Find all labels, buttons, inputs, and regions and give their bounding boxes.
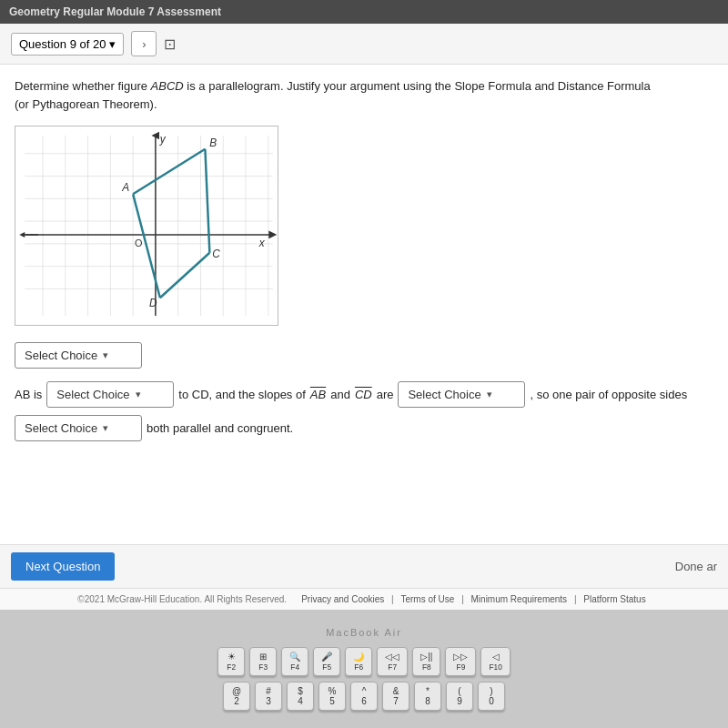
question-text-part2: is a parallelogram. Justify your argumen…: [184, 79, 651, 93]
keyboard-area: MacBook Air ☀F2 ⊞F3 🔍F4 🎤F5 🌙F6 ◁◁F7 ▷||…: [0, 610, 728, 728]
app-title: Geometry Regular Module 7 Assessment: [9, 5, 221, 18]
dropdown-4[interactable]: Select Choice: [15, 415, 142, 441]
key-f5: 🎤F5: [313, 647, 340, 676]
key-4: $4: [287, 682, 314, 711]
svg-text:D: D: [149, 297, 157, 309]
sentence-to-cd: to CD, and the slopes of: [178, 388, 305, 401]
dropdown-arrow-icon: ▾: [109, 37, 116, 51]
dropdown-3[interactable]: Select Choice: [398, 381, 525, 408]
key-2: @2: [223, 682, 250, 711]
svg-text:O: O: [135, 238, 142, 248]
svg-text:y: y: [159, 133, 167, 146]
bottom-bar: Next Question Done ar: [0, 544, 728, 588]
segment-cd-label: CD: [355, 388, 372, 401]
dropdown-1[interactable]: Select Choice: [15, 342, 142, 369]
key-f9: ▷▷F9: [445, 647, 476, 676]
sentence-so: , so one pair of opposite sides: [530, 388, 687, 401]
question-label: Question 9 of 20: [19, 37, 106, 51]
answer-line-3: Select Choice both parallel and congruen…: [15, 415, 713, 441]
answer-section: Select Choice AB is Select Choice to CD,…: [15, 342, 713, 441]
key-f8: ▷||F8: [412, 647, 440, 676]
graph-container: x y O: [15, 126, 278, 326]
key-f3: ⊞F3: [249, 647, 277, 676]
dropdown-1-label: Select Choice: [25, 349, 97, 362]
dropdown-4-label: Select Choice: [25, 421, 97, 435]
key-f6: 🌙F6: [345, 647, 372, 676]
key-0: )0: [478, 682, 505, 711]
copyright-text: ©2021 McGraw-Hill Education. All Rights …: [77, 594, 287, 604]
key-f2: ☀F2: [217, 647, 245, 676]
answer-line-2: AB is Select Choice to CD, and the slope…: [15, 381, 713, 408]
figure-name: ABCD: [151, 79, 184, 93]
bookmark-icon[interactable]: ⊡: [164, 35, 176, 53]
privacy-link[interactable]: Privacy and Cookies: [301, 594, 384, 604]
key-8: *8: [414, 682, 441, 711]
terms-link[interactable]: Terms of Use: [400, 594, 454, 604]
question-text-part3: (or Pythagorean Theorem).: [15, 97, 157, 111]
question-text: Determine whether figure ABCD is a paral…: [15, 77, 713, 113]
svg-line-24: [205, 149, 209, 253]
done-text: Done ar: [675, 560, 717, 573]
svg-line-25: [160, 253, 210, 298]
keyboard-row-fn: ☀F2 ⊞F3 🔍F4 🎤F5 🌙F6 ◁◁F7 ▷||F8 ▷▷F9 ◁F10: [217, 647, 511, 676]
app-header: Geometry Regular Module 7 Assessment: [0, 0, 728, 24]
dropdown-2[interactable]: Select Choice: [46, 381, 174, 408]
coordinate-graph: x y O: [15, 126, 278, 325]
key-5: %5: [318, 682, 346, 711]
svg-text:A: A: [121, 181, 129, 194]
question-selector[interactable]: Question 9 of 20 ▾: [11, 33, 124, 56]
key-f10: ◁F10: [480, 647, 510, 676]
macbook-label: MacBook Air: [326, 627, 402, 638]
svg-line-23: [133, 149, 205, 195]
key-7: &7: [382, 682, 410, 711]
segment-ab-label: AB: [310, 388, 326, 401]
key-f7: ◁◁F7: [377, 647, 408, 676]
question-text-part1: Determine whether figure: [15, 79, 151, 93]
question-body: Determine whether figure ABCD is a paral…: [0, 65, 728, 544]
content-area: Question 9 of 20 ▾ › ⊡ Determine whether…: [0, 24, 728, 610]
sentence-are: are: [377, 388, 394, 401]
right-arrow-icon: ›: [142, 37, 146, 51]
min-requirements-link[interactable]: Minimum Requirements: [471, 594, 568, 604]
sentence-and: and: [330, 388, 350, 401]
key-f4: 🔍F4: [281, 647, 308, 676]
key-9: (9: [446, 682, 473, 711]
footer: ©2021 McGraw-Hill Education. All Rights …: [0, 588, 728, 610]
key-6: ^6: [350, 682, 378, 711]
question-nav: Question 9 of 20 ▾ › ⊡: [0, 24, 728, 65]
dropdown-2-label: Select Choice: [56, 388, 129, 401]
next-question-button[interactable]: Next Question: [11, 552, 115, 581]
answer-line-1: Select Choice: [15, 342, 713, 369]
keyboard-row-numbers: @2 #3 $4 %5 ^6 &7 *8 (9 )0: [223, 682, 505, 711]
next-question-arrow[interactable]: ›: [131, 31, 157, 56]
platform-status-link[interactable]: Platform Status: [583, 594, 645, 604]
dropdown-3-label: Select Choice: [408, 388, 480, 401]
sentence-both: both parallel and congruent.: [147, 421, 293, 435]
svg-text:B: B: [209, 136, 217, 149]
svg-marker-32: [19, 232, 25, 238]
svg-text:C: C: [212, 248, 220, 260]
key-3: #3: [255, 682, 282, 711]
sentence-ab: AB is: [15, 388, 42, 401]
svg-text:x: x: [258, 237, 266, 249]
